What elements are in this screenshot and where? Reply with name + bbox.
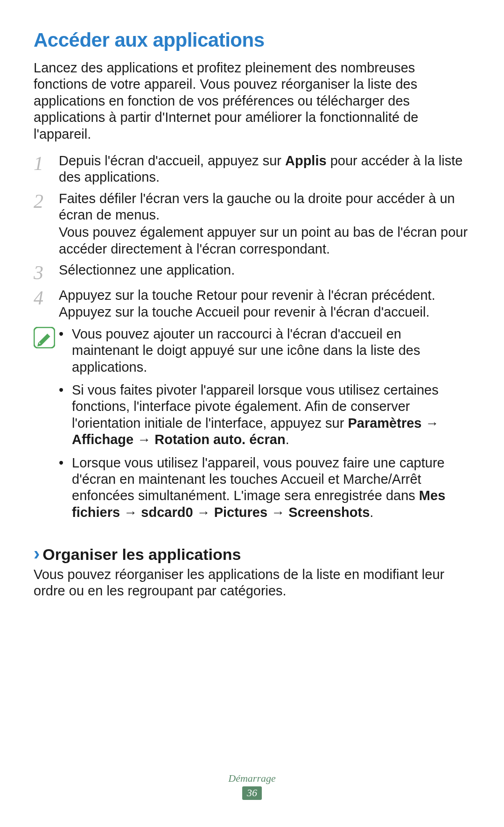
step-body: Faites défiler l'écran vers la gauche ou… (59, 191, 470, 258)
arrow-icon: → (421, 416, 439, 431)
tip-bold: Paramètres (348, 416, 421, 431)
sub-heading: Organiser les applications (42, 545, 241, 564)
arrow-icon: → (120, 505, 141, 520)
arrow-icon: → (267, 505, 288, 520)
step-text: Vous pouvez également appuyer sur un poi… (59, 224, 470, 257)
tip-item: Si vous faites pivoter l'appareil lorsqu… (59, 382, 470, 448)
step-text: Sélectionnez une application. (59, 262, 235, 278)
tip-item: Vous pouvez ajouter un raccourci à l'écr… (59, 326, 470, 375)
step-number: 4 (34, 287, 59, 308)
tip-text: . (286, 432, 289, 447)
tip-item: Lorsque vous utilisez l'appareil, vous p… (59, 455, 470, 521)
tip-block: Vous pouvez ajouter un raccourci à l'écr… (34, 326, 470, 527)
step-number: 3 (34, 262, 59, 283)
step-1: 1 Depuis l'écran d'accueil, appuyez sur … (34, 153, 470, 186)
step-bold: Applis (285, 153, 327, 168)
tip-text: Lorsque vous utilisez l'appareil, vous p… (72, 455, 445, 503)
footer-page-number: 36 (242, 786, 262, 800)
step-body: Appuyez sur la touche Retour pour reveni… (59, 287, 470, 320)
tip-text: . (370, 505, 373, 520)
sub-heading-row: › Organiser les applications (34, 544, 470, 564)
tip-list: Vous pouvez ajouter un raccourci à l'écr… (59, 326, 470, 521)
footer-chapter: Démarrage (0, 772, 504, 785)
step-body: Sélectionnez une application. (59, 262, 235, 278)
step-4: 4 Appuyez sur la touche Retour pour reve… (34, 287, 470, 320)
page-title: Accéder aux applications (34, 29, 470, 51)
step-text: Appuyez sur la touche Retour pour reveni… (59, 287, 470, 320)
step-number: 2 (34, 191, 59, 211)
tip-body: Vous pouvez ajouter un raccourci à l'écr… (59, 326, 470, 527)
tip-bold: Rotation auto. écran (154, 432, 285, 447)
step-2: 2 Faites défiler l'écran vers la gauche … (34, 191, 470, 258)
tip-bold: Affichage (72, 432, 133, 447)
chevron-right-icon: › (34, 544, 40, 563)
page-footer: Démarrage 36 (0, 772, 504, 800)
tip-bold: Pictures (214, 505, 267, 520)
note-icon (34, 326, 59, 348)
step-text: Faites défiler l'écran vers la gauche ou… (59, 191, 470, 224)
tip-bold: Screenshots (288, 505, 370, 520)
step-text: Depuis l'écran d'accueil, appuyez sur (59, 153, 285, 168)
sub-intro: Vous pouvez réorganiser les applications… (34, 566, 470, 600)
step-body: Depuis l'écran d'accueil, appuyez sur Ap… (59, 153, 470, 186)
step-list: 1 Depuis l'écran d'accueil, appuyez sur … (34, 153, 470, 320)
step-number: 1 (34, 153, 59, 173)
arrow-icon: → (133, 432, 154, 447)
arrow-icon: → (193, 505, 214, 520)
intro-paragraph: Lancez des applications et profitez plei… (34, 60, 470, 142)
tip-bold: sdcard0 (141, 505, 193, 520)
step-3: 3 Sélectionnez une application. (34, 262, 470, 283)
